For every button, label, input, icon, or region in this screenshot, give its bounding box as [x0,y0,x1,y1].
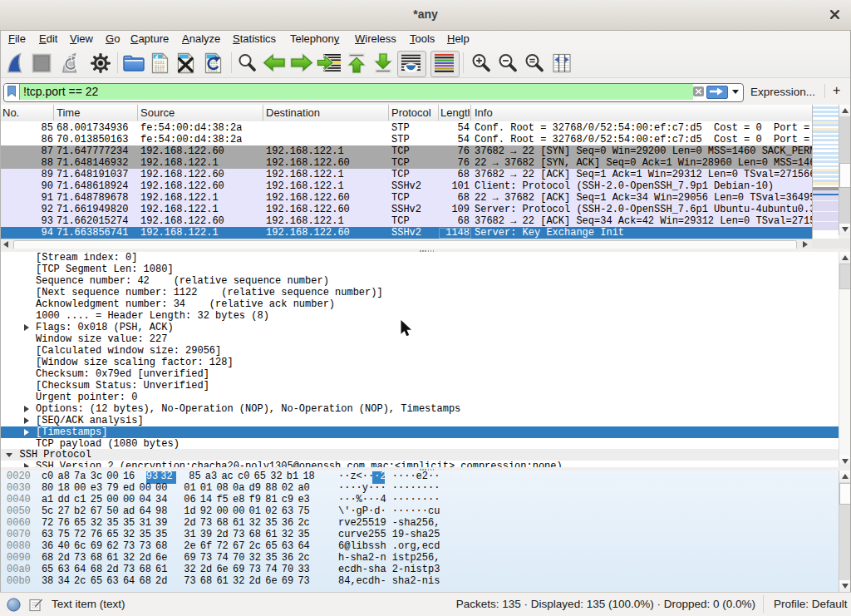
svg-text:0111: 0111 [155,68,165,73]
